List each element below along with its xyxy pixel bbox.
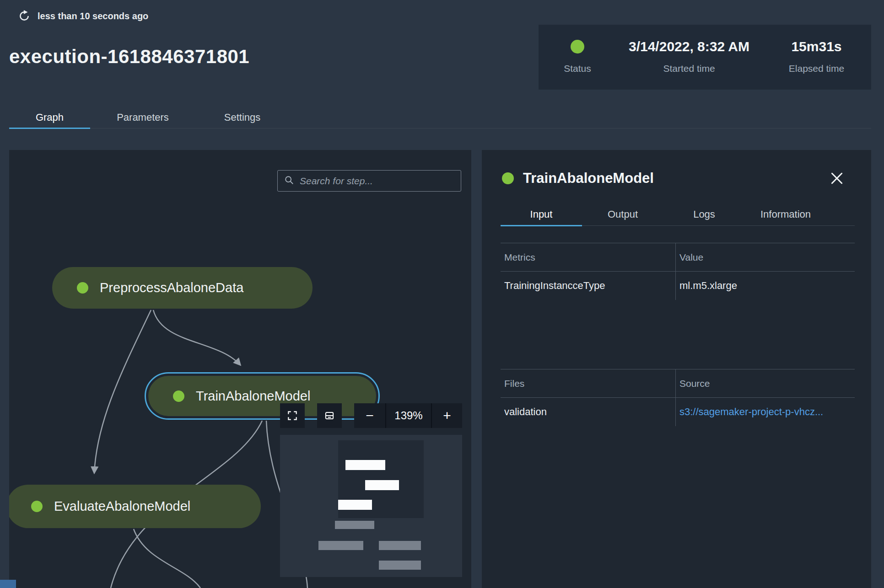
minimap-node-bar — [335, 521, 374, 529]
tab-information[interactable]: Information — [745, 203, 826, 225]
tab-input[interactable]: Input — [501, 203, 582, 225]
started-time-value: 3/14/2022, 8:32 AM — [616, 36, 762, 58]
files-table: Files Source validation s3://sagemaker-p… — [501, 369, 855, 426]
close-icon[interactable] — [826, 167, 848, 189]
s3-source-link[interactable]: s3://sagemaker-project-p-vhcz... — [679, 406, 823, 418]
source-header-cell: Source — [675, 369, 855, 397]
zoom-control: − 139% + — [354, 403, 462, 428]
file-name-cell: validation — [501, 398, 675, 426]
files-header-cell: Files — [501, 369, 675, 397]
refresh-row: less than 10 seconds ago — [18, 10, 148, 22]
minimap-node-bar — [338, 500, 372, 510]
started-time-label: Started time — [616, 63, 762, 74]
tab-logs[interactable]: Logs — [663, 203, 745, 225]
status-label: Status — [539, 63, 616, 74]
metric-name-cell: TrainingInstancceType — [501, 272, 675, 300]
minimap-node-bar — [379, 541, 421, 550]
node-status-dot — [77, 282, 88, 294]
execution-status-card: Status 3/14/2022, 8:32 AM Started time 1… — [539, 25, 871, 90]
last-refreshed-text: less than 10 seconds ago — [38, 11, 148, 21]
table-row: TrainingInstancceType ml.m5.xlarge — [501, 272, 855, 300]
metrics-table: Metrics Value TrainingInstancceType ml.m… — [501, 243, 855, 300]
tab-graph[interactable]: Graph — [9, 107, 90, 128]
search-icon — [284, 175, 294, 187]
zoom-level: 139% — [385, 403, 431, 428]
auto-layout-button[interactable] — [317, 403, 342, 428]
minimap-node-bar — [318, 541, 363, 550]
step-details-title: TrainAbaloneModel — [523, 170, 654, 187]
bottom-left-accent — [0, 580, 16, 588]
tab-output[interactable]: Output — [582, 203, 663, 225]
step-details-header: TrainAbaloneModel — [502, 170, 654, 187]
table-row: validation s3://sagemaker-project-p-vhcz… — [501, 398, 855, 426]
status-success-dot — [571, 40, 584, 53]
node-status-dot — [31, 501, 43, 512]
execution-tabs: Graph Parameters Settings — [9, 107, 871, 128]
fit-to-screen-button[interactable] — [280, 403, 305, 428]
node-label: PreprocessAbaloneData — [100, 280, 243, 295]
tab-settings[interactable]: Settings — [195, 107, 289, 128]
metric-value-cell: ml.m5.xlarge — [675, 272, 855, 300]
elapsed-time-column: 15m31s Elapsed time — [762, 36, 871, 90]
step-details-tabs: Input Output Logs Information — [501, 203, 855, 226]
zoom-in-button[interactable]: + — [431, 403, 462, 428]
zoom-out-button[interactable]: − — [354, 403, 385, 428]
page-title: execution-1618846371801 — [9, 46, 249, 68]
started-time-column: 3/14/2022, 8:32 AM Started time — [616, 36, 762, 90]
minimap-node-bar — [379, 561, 421, 570]
node-train-abalone-model-selected[interactable]: TrainAbaloneModel — [145, 372, 380, 420]
minimap-node-bar — [345, 460, 385, 470]
tab-parameters[interactable]: Parameters — [90, 107, 195, 128]
step-search-input[interactable] — [300, 176, 454, 187]
graph-minimap[interactable] — [280, 435, 462, 577]
files-table-header: Files Source — [501, 369, 855, 398]
step-details-panel: TrainAbaloneModel Input Output Logs Info… — [482, 150, 871, 588]
pipeline-graph-panel: PreprocessAbaloneData TrainAbaloneModel … — [9, 150, 471, 588]
node-label: TrainAbaloneModel — [196, 389, 310, 404]
node-status-dot — [173, 390, 184, 402]
minimap-node-bar — [365, 480, 399, 490]
elapsed-time-value: 15m31s — [762, 36, 871, 58]
elapsed-time-label: Elapsed time — [762, 63, 871, 74]
node-evaluate-abalone-model[interactable]: EvaluateAbaloneModel — [9, 485, 261, 528]
value-header-cell: Value — [675, 243, 855, 271]
metrics-header-cell: Metrics — [501, 243, 675, 271]
status-column: Status — [539, 36, 616, 90]
metrics-table-header: Metrics Value — [501, 243, 855, 272]
refresh-icon[interactable] — [18, 10, 30, 22]
node-label: EvaluateAbaloneModel — [54, 499, 190, 514]
node-preprocess-abalone-data[interactable]: PreprocessAbaloneData — [52, 267, 313, 309]
step-search-box — [277, 170, 461, 192]
step-status-dot — [502, 172, 514, 184]
